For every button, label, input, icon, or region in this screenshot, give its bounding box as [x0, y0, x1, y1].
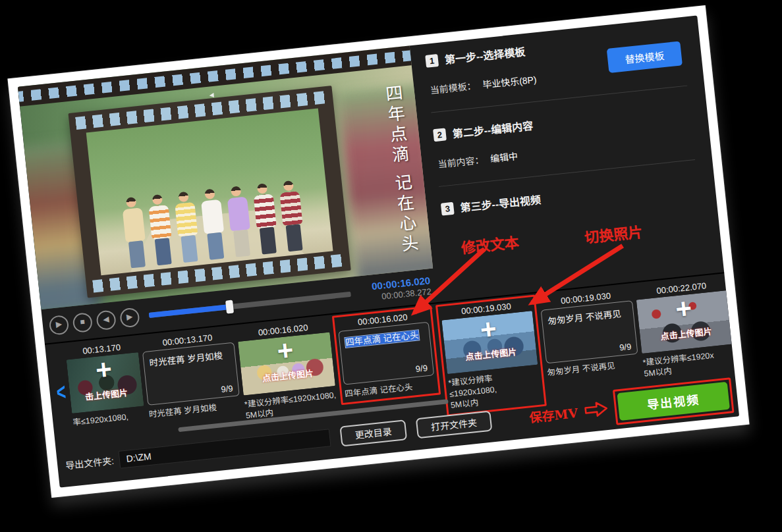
annotation-switch-photo: 切换照片 — [584, 220, 644, 247]
photo-thumb-upload[interactable]: + 击上传图片 — [67, 352, 144, 413]
current-content-value: 编辑中 — [489, 151, 518, 164]
photo-thumb-upload[interactable]: + 点击上传图片 — [636, 290, 734, 354]
timeline-item-photo-3[interactable]: 00:00:16.020 + 点击上传图片 *建议分辨率≤1920x1080, … — [237, 321, 338, 422]
play-icon: ▶ — [55, 315, 63, 332]
timeline-item-photo-1[interactable]: 00:13.170 + 击上传图片 率≤1920x1080, — [65, 340, 146, 429]
export-video-button[interactable]: 导出视频 — [617, 382, 729, 421]
play-button[interactable]: ▶ — [49, 314, 70, 335]
export-folder-label: 导出文件夹: — [65, 454, 115, 472]
step2-badge: 2 — [433, 128, 447, 142]
clip-caption: *建议分辨率≤1920x 5M以内 — [642, 348, 737, 379]
current-template-value: 毕业快乐(8P) — [482, 74, 538, 91]
photo-thumb-upload[interactable]: + 点击上传图片 — [441, 311, 538, 374]
seek-handle[interactable] — [225, 300, 234, 314]
photo-slide — [86, 108, 333, 275]
export-button-annotation-box: 导出视频 — [613, 377, 735, 425]
text-edit-box[interactable]: 匆匆岁月 不说再见 9/9 — [541, 300, 638, 363]
step-back-button[interactable]: ◀ — [96, 309, 117, 331]
stop-icon: ■ — [79, 313, 86, 331]
clip-caption: 率≤1920x1080, — [72, 410, 146, 428]
text-value: 时光荏苒 岁月如梭 — [149, 351, 223, 369]
photo-thumb-upload[interactable]: + 点击上传图片 — [238, 332, 335, 395]
upload-label: 点击上传图片 — [445, 343, 537, 365]
stop-button[interactable]: ■ — [72, 312, 93, 333]
step1-badge: 1 — [425, 53, 439, 67]
tilted-photo-frame: ◀ — [7, 5, 749, 498]
timeline-item-text-6[interactable]: 00:00:19.030 匆匆岁月 不说再见 9/9 匆匆岁月 不说再见 — [540, 288, 640, 379]
next-chevron-icon[interactable]: > — [734, 306, 739, 334]
step-back-icon: ◀ — [102, 311, 110, 328]
plus-icon: + — [276, 336, 295, 365]
upload-label: 点击上传图片 — [640, 323, 733, 345]
timeline-item-text-4-annotated[interactable]: 00:00:16.020 四年点滴 记在心头 9/9 四年点滴 记在心头 — [332, 306, 441, 405]
timeline-item-photo-7[interactable]: 00:00:22.070 + 点击上传图片 *建议分辨率≤1920x 5M以内 — [635, 279, 737, 380]
time-display: 00:00:16.020 00:00:38.272 — [359, 275, 432, 305]
step1-title: 第一步--选择模板 — [444, 43, 526, 67]
filmstrip-frame — [68, 86, 350, 298]
steps-panel: 1 第一步--选择模板 替换模板 当前模板：毕业快乐(8P) 2 第二步--编辑… — [410, 15, 725, 302]
export-folder-input[interactable] — [118, 429, 331, 469]
char-count: 9/9 — [415, 363, 428, 374]
step-forward-icon: ▶ — [126, 308, 134, 325]
text-value-selected: 四年点滴 记在心头 — [345, 330, 419, 348]
text-edit-box-selected[interactable]: 四年点滴 记在心头 9/9 — [338, 322, 434, 385]
current-template-label: 当前模板： — [430, 80, 476, 95]
text-value: 匆匆岁月 不说再见 — [547, 309, 622, 327]
annotation-edit-text: 修改文本 — [460, 230, 520, 257]
change-directory-button[interactable]: 更改目录 — [339, 419, 407, 446]
video-preview: ◀ — [18, 45, 433, 309]
annotation-save-mv: 保存MV — [528, 402, 578, 425]
mv-maker-window: ◀ — [18, 15, 739, 487]
plus-icon: + — [479, 315, 498, 344]
char-count: 9/9 — [221, 383, 234, 394]
upload-label: 击上传图片 — [70, 385, 143, 404]
step3-badge: 3 — [441, 201, 455, 215]
save-arrow-icon — [583, 400, 609, 419]
char-count: 9/9 — [619, 342, 632, 353]
step3-title: 第三步--导出视频 — [459, 191, 542, 215]
text-edit-box[interactable]: 时光荏苒 岁月如梭 9/9 — [142, 342, 240, 406]
open-folder-button[interactable]: 打开文件夹 — [416, 410, 493, 439]
timeline-item-photo-5-annotated[interactable]: 00:00:19.030 + 点击上传图片 *建议分辨率≤1920x1080, … — [435, 295, 547, 417]
plus-icon: + — [674, 294, 693, 323]
current-content-label: 当前内容： — [437, 155, 484, 170]
step-forward-button[interactable]: ▶ — [119, 307, 140, 328]
plus-icon: + — [94, 355, 113, 384]
timeline-item-text-2[interactable]: 00:00:13.170 时光荏苒 岁月如梭 9/9 时光荏苒 岁月如梭 — [141, 331, 241, 421]
step3-title-row: 3 第三步--导出视频 — [441, 174, 698, 217]
step2-title: 第二步--编辑内容 — [452, 117, 534, 142]
seek-progress-fill — [149, 304, 230, 318]
upload-label: 点击上传图片 — [241, 364, 334, 386]
video-panel: ◀ — [18, 45, 437, 343]
